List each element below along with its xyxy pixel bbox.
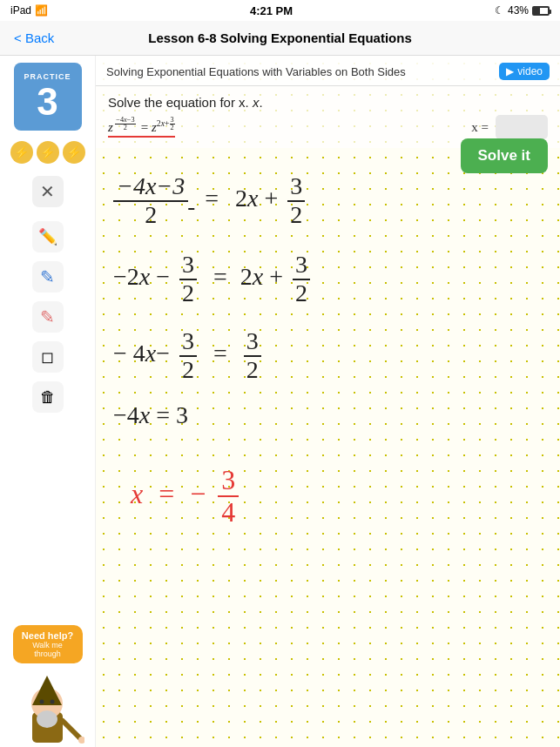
video-button[interactable]: ▶ video [499, 63, 550, 80]
help-sub-label: Walk me through [22, 641, 74, 658]
work-area: −4x−3 2 = 2x + 3 2 −2x − 3 2 = [105, 173, 551, 738]
svg-point-3 [37, 710, 57, 728]
back-button[interactable]: < Back [14, 30, 54, 45]
practice-badge: PRACTICE 3 [14, 63, 82, 131]
page-title: Lesson 6-8 Solving Exponential Equations [148, 30, 412, 45]
solve-button[interactable]: Solve it [461, 138, 548, 173]
svg-marker-2 [32, 676, 62, 705]
moon-icon: ☾ [495, 4, 504, 17]
status-time: 4:21 PM [250, 4, 293, 17]
sidebar: PRACTICE 3 ⚡ ⚡ ⚡ ✕ ✏️ ✎ ✎ ◻ 🗑 Need help?… [0, 56, 96, 747]
svg-point-5 [51, 700, 55, 704]
step-4: −4x = 3 [113, 401, 188, 429]
bolt-1: ⚡ [10, 141, 33, 164]
video-icon: ▶ [506, 65, 514, 77]
problem-text: Solve the equation for x. x. [108, 95, 548, 110]
ipad-label: iPad [10, 4, 31, 17]
close-button[interactable]: ✕ [32, 176, 64, 207]
help-label: Need help? [22, 630, 74, 641]
bolt-row: ⚡ ⚡ ⚡ [10, 141, 85, 164]
trash-tool[interactable]: 🗑 [32, 381, 64, 413]
step-5: x = − 3 4 [131, 465, 239, 528]
bolt-3: ⚡ [63, 141, 85, 164]
mascot-icon [10, 669, 84, 747]
answer-input[interactable] [496, 115, 548, 139]
step-2: −2x − 3 2 = 2x + 3 2 [113, 252, 310, 307]
video-label: video [517, 65, 543, 77]
x-equals-label: x = [471, 120, 489, 135]
status-bar: iPad 📶 4:21 PM ☾ 43% [0, 0, 560, 21]
svg-line-6 [63, 721, 80, 738]
practice-number: 3 [37, 83, 57, 121]
step-3: − 4x− 3 2 = 3 2 [113, 328, 261, 384]
help-button[interactable]: Need help? Walk me through [13, 625, 83, 663]
wifi-icon: 📶 [35, 4, 48, 17]
content-area: Solving Exponential Equations with Varia… [96, 56, 560, 747]
topic-title: Solving Exponential Equations with Varia… [106, 65, 499, 78]
nav-bar: < Back Lesson 6-8 Solving Exponential Eq… [0, 21, 560, 56]
status-left: iPad 📶 [10, 4, 48, 17]
battery-label: 43% [508, 4, 529, 17]
pencil-tool[interactable]: ✏️ [32, 221, 64, 252]
topic-header: Solving Exponential Equations with Varia… [96, 56, 560, 86]
step-1: −4x−3 2 = 2x + 3 2 [113, 173, 305, 229]
svg-point-4 [40, 700, 44, 704]
battery-icon [532, 6, 550, 16]
answer-row: x = [471, 115, 548, 139]
main-layout: PRACTICE 3 ⚡ ⚡ ⚡ ✕ ✏️ ✎ ✎ ◻ 🗑 Need help?… [0, 56, 560, 747]
highlighter-tool[interactable]: ✎ [32, 301, 64, 333]
pen-tool[interactable]: ✎ [32, 261, 64, 293]
bolt-2: ⚡ [37, 141, 59, 164]
status-right: ☾ 43% [495, 4, 550, 17]
eraser-tool[interactable]: ◻ [32, 341, 64, 373]
